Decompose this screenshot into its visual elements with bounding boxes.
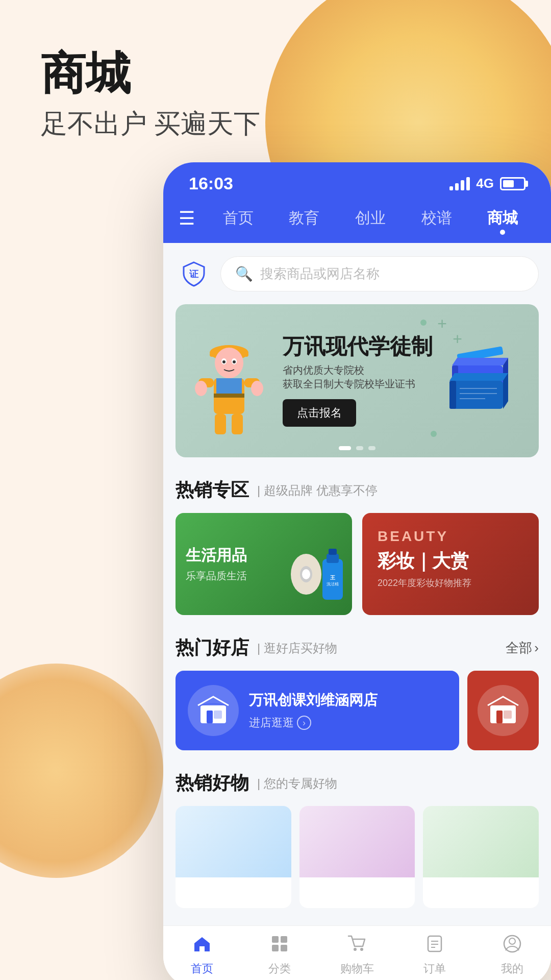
svg-rect-21 (449, 381, 456, 409)
hot-card-daily-subtitle: 乐享品质生活 (186, 569, 247, 583)
banner-worker-illustration (191, 325, 272, 437)
signal-icon (449, 177, 470, 190)
hot-stores-more-button[interactable]: 全部 › (506, 639, 539, 657)
svg-text:王: 王 (330, 575, 336, 580)
promo-banner[interactable]: 万讯现代学徒制 省内优质大专院校 获取全日制大专院校毕业证书 点击报名 (176, 304, 539, 457)
hot-sale-section-header: 热销专区 | 超级品牌 优惠享不停 (176, 478, 539, 503)
svg-rect-20 (449, 381, 503, 409)
goods-card-3[interactable] (423, 806, 539, 908)
store-card-secondary[interactable] (467, 671, 539, 750)
svg-rect-7 (215, 414, 226, 434)
goods-image-2 (299, 806, 415, 877)
tab-label-orders: 订单 (423, 961, 446, 976)
svg-rect-33 (201, 705, 226, 723)
hot-stores-title-wrap: 热门好店 | 逛好店买好物 (176, 635, 337, 660)
svg-point-12 (251, 381, 263, 396)
tab-item-home[interactable]: 首页 (163, 934, 241, 976)
svg-rect-30 (329, 549, 337, 555)
banner-dot-1 (339, 446, 351, 450)
beauty-subtitle: 2022年度彩妆好物推荐 (378, 577, 523, 589)
battery-fill (503, 180, 514, 187)
beauty-brand-label: BEAUTY (378, 528, 523, 545)
hot-card-beauty-text: BEAUTY 彩妆｜大赏 2022年度彩妆好物推荐 (378, 528, 523, 589)
battery-icon (500, 177, 525, 190)
nav-item-shop[interactable]: 商城 (482, 204, 523, 233)
tab-bar: 首页 分类 (163, 925, 551, 980)
svg-rect-39 (272, 936, 279, 943)
svg-rect-5 (216, 378, 242, 394)
svg-point-15 (222, 360, 226, 363)
banner-sub1: 省内优质大专院校 (283, 363, 442, 377)
hot-stores-section: 热门好店 | 逛好店买好物 全部 › (176, 635, 539, 750)
store-action-circle-icon: › (297, 716, 311, 730)
beauty-main-title: 彩妆｜大赏 (378, 549, 523, 574)
cart-icon (347, 934, 367, 958)
search-row: 证 🔍 搜索商品或网店名称 (176, 255, 539, 292)
search-bar[interactable]: 🔍 搜索商品或网店名称 (220, 256, 539, 291)
tab-item-cart[interactable]: 购物车 (318, 934, 396, 976)
svg-rect-36 (490, 705, 516, 723)
nav-item-education[interactable]: 教育 (284, 204, 324, 233)
hot-stores-title: 热门好店 (176, 635, 249, 660)
hot-goods-title: 热销好物 (176, 771, 249, 796)
svg-point-16 (233, 360, 236, 363)
hot-goods-section: 热销好物 | 您的专属好物 (176, 771, 539, 908)
home-icon (192, 934, 212, 958)
tab-label-profile: 我的 (501, 961, 523, 976)
banner-content: 万讯现代学徒制 省内优质大专院校 获取全日制大专院校毕业证书 点击报名 (176, 304, 539, 457)
page-title: 商城 (41, 51, 551, 96)
page-header: 商城 足不出户 买遍天下 (0, 0, 551, 162)
page-subtitle: 足不出户 买遍天下 (41, 106, 551, 142)
goods-image-1 (176, 806, 291, 877)
bg-decoration-circle-bottom (0, 664, 163, 878)
goods-card-1[interactable] (176, 806, 291, 908)
nav-item-startup[interactable]: 创业 (350, 204, 391, 233)
content-area: 证 🔍 搜索商品或网店名称 (163, 243, 551, 925)
tab-item-profile[interactable]: 我的 (473, 934, 551, 976)
banner-books-illustration (442, 335, 523, 427)
nav-item-home[interactable]: 首页 (218, 204, 259, 233)
hot-goods-header: 热销好物 | 您的专属好物 (176, 771, 539, 796)
tab-label-home: 首页 (191, 961, 213, 976)
svg-point-44 (360, 948, 363, 951)
hot-stores-desc: | 逛好店买好物 (257, 640, 337, 656)
nav-item-campus[interactable]: 校谱 (416, 204, 457, 233)
store-card-main[interactable]: 万讯创课刘维涵网店 进店逛逛 › (176, 671, 459, 750)
banner-title: 万讯现代学徒制 (283, 335, 442, 358)
banner-text-area: 万讯现代学徒制 省内优质大专院校 获取全日制大专院校毕业证书 点击报名 (272, 335, 442, 427)
store-info-main: 万讯创课刘维涵网店 进店逛逛 › (249, 691, 447, 730)
hot-stores-section-header: 热门好店 | 逛好店买好物 全部 › (176, 635, 539, 660)
hot-sale-card-beauty[interactable]: BEAUTY 彩妆｜大赏 2022年度彩妆好物推荐 (362, 513, 539, 615)
banner-dot-3 (368, 446, 375, 450)
tab-item-category[interactable]: 分类 (241, 934, 318, 976)
svg-rect-41 (272, 945, 279, 951)
search-icon: 🔍 (235, 265, 253, 282)
shield-icon: 证 (176, 255, 212, 292)
svg-point-27 (302, 569, 310, 579)
svg-text:证: 证 (189, 269, 199, 279)
hot-sale-desc: | 超级品牌 优惠享不停 (257, 482, 378, 499)
svg-point-43 (354, 948, 357, 951)
svg-point-3 (215, 348, 243, 378)
status-bar: 16:03 4G (163, 162, 551, 199)
banner-cta-button[interactable]: 点击报名 (283, 399, 356, 427)
nav-bar: ☰ 首页 教育 创业 校谱 商城 (163, 199, 551, 243)
store-avatar-main (188, 685, 239, 736)
hot-card-daily-text: 生活用品 乐享品质生活 (186, 545, 247, 583)
status-icons: 4G (449, 176, 525, 191)
goods-grid (176, 806, 539, 908)
stores-list: 万讯创课刘维涵网店 进店逛逛 › (176, 671, 539, 750)
svg-text:洗洁精: 洗洁精 (327, 582, 339, 586)
tab-item-orders[interactable]: 订单 (396, 934, 473, 976)
goods-image-3 (423, 806, 539, 877)
hamburger-menu-icon[interactable]: ☰ (179, 208, 195, 229)
banner-dot-2 (356, 446, 363, 450)
status-time: 16:03 (189, 174, 233, 193)
svg-rect-38 (504, 710, 512, 719)
hot-sale-card-daily-goods[interactable]: 生活用品 乐享品质生活 (176, 513, 352, 615)
goods-card-2[interactable] (299, 806, 415, 908)
network-label: 4G (476, 176, 494, 191)
svg-point-50 (509, 938, 515, 944)
chevron-right-icon: › (534, 640, 539, 656)
hot-sale-title-wrap: 热销专区 | 超级品牌 优惠享不停 (176, 478, 378, 503)
